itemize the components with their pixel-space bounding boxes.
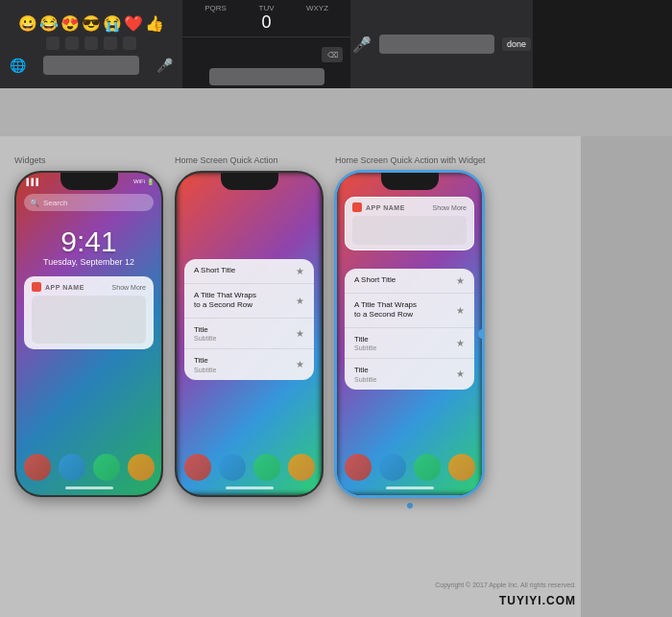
quick-action-label: Home Screen Quick Action bbox=[175, 155, 278, 165]
phone2-mockup: A Short Title ★ A Title That Wrapsto a S… bbox=[175, 171, 324, 497]
qa-star-1: ★ bbox=[296, 266, 304, 276]
phone3-mockup: APP NAME Show More A Short Title ★ bbox=[335, 171, 484, 497]
phone2-content: A Short Title ★ A Title That Wrapsto a S… bbox=[177, 173, 322, 495]
phone2-quick-action-card: A Short Title ★ A Title That Wrapsto a S… bbox=[184, 259, 314, 380]
status-icons: WiFi 🔋 bbox=[133, 178, 154, 185]
qa-item-3[interactable]: Title Subtitle ★ bbox=[184, 319, 314, 349]
phone3-content: APP NAME Show More A Short Title ★ bbox=[337, 173, 482, 495]
keyboard-right-content: 🎤 done bbox=[352, 35, 531, 54]
quick-action-widget-label: Home Screen Quick Action with Widget bbox=[335, 155, 486, 165]
phone1-bottom-circles bbox=[16, 454, 161, 481]
p3-qa-star-1: ★ bbox=[456, 275, 465, 286]
phone3-widget-content bbox=[352, 216, 467, 245]
selection-dot bbox=[407, 503, 413, 509]
p3-qa-text-group-4: Title Subtitle bbox=[354, 366, 376, 382]
copyright-text: Copyright © 2017 Apple Inc. All rights r… bbox=[435, 581, 576, 588]
widgets-section: Widgets ▐▐▐ WiFi 🔋 🔍 Search 9:41 bbox=[14, 155, 163, 607]
circle-icon-p3-2 bbox=[379, 454, 406, 481]
keyboard-bottom-row: 🌐 🎤 bbox=[4, 56, 179, 75]
keyboard-left: 😀😂😍😎😭❤️👍 🌐 🎤 bbox=[0, 0, 182, 88]
spacebar[interactable] bbox=[43, 56, 139, 75]
spacebar-center bbox=[182, 68, 350, 88]
keyboard-right: 🎤 done bbox=[350, 0, 533, 88]
delete-key[interactable]: ⌫ bbox=[322, 47, 343, 62]
right-panel bbox=[581, 136, 672, 617]
phone3-app-icon bbox=[352, 202, 362, 212]
widget-content-area bbox=[32, 296, 146, 344]
qa-star-3: ★ bbox=[296, 328, 304, 339]
phone3-widget: APP NAME Show More bbox=[345, 197, 474, 250]
show-more-label: Show More bbox=[112, 284, 146, 291]
phone1-content: 🔍 Search 9:41 Tuesday, September 12 APP … bbox=[16, 173, 161, 495]
keyboard-area: 😀😂😍😎😭❤️👍 🌐 🎤 PQRS TUV 0 bbox=[0, 0, 672, 88]
p3-qa-star-2: ★ bbox=[456, 305, 465, 316]
phone3-app-name-row: APP NAME bbox=[352, 202, 405, 212]
p3-qa-subtitle-3: Subtitle bbox=[354, 344, 376, 351]
key-wxyz[interactable]: WXYZ bbox=[294, 4, 342, 33]
qa-text-group-4: Title Subtitle bbox=[194, 356, 216, 372]
brand-area: TUYIYI.COM bbox=[499, 594, 576, 607]
qa-subtitle-3: Subtitle bbox=[194, 335, 216, 342]
qa-title-3: Title bbox=[194, 325, 216, 335]
p3-qa-title-4: Title bbox=[354, 366, 376, 375]
p3-qa-item-4[interactable]: Title Subtitle ★ bbox=[345, 359, 474, 389]
resize-handle[interactable] bbox=[478, 329, 484, 339]
spacebar-right[interactable] bbox=[379, 35, 494, 54]
phone3-show-more: Show More bbox=[433, 204, 467, 211]
phone1-search-bar[interactable]: 🔍 Search bbox=[24, 194, 154, 211]
microphone-icon[interactable]: 🎤 bbox=[156, 58, 173, 73]
phone3-bottom-circles bbox=[337, 454, 482, 481]
circle-icon-4 bbox=[128, 454, 155, 481]
phone1-time: 9:41 bbox=[16, 225, 161, 258]
keyboard-center: PQRS TUV 0 WXYZ ⌫ bbox=[182, 0, 350, 88]
search-placeholder: Search bbox=[43, 199, 67, 207]
p3-qa-subtitle-4: Subtitle bbox=[354, 376, 376, 383]
p3-qa-title-3: Title bbox=[354, 335, 376, 344]
key-zero[interactable]: TUV 0 bbox=[243, 4, 291, 33]
qa-star-4: ★ bbox=[296, 359, 304, 369]
quick-action-widget-section: Home Screen Quick Action with Widget APP… bbox=[335, 155, 486, 607]
p3-qa-item-1[interactable]: A Short Title ★ bbox=[345, 269, 474, 294]
phone3-home-indicator bbox=[386, 486, 434, 489]
p3-qa-item-3[interactable]: Title Subtitle ★ bbox=[345, 328, 474, 359]
phone1-status-bar: ▐▐▐ WiFi 🔋 bbox=[24, 175, 154, 188]
app-name-row: APP NAME bbox=[32, 282, 84, 292]
circle-icon-p2-2 bbox=[219, 454, 246, 481]
qa-item-1[interactable]: A Short Title ★ bbox=[184, 259, 314, 284]
done-button[interactable]: done bbox=[502, 37, 531, 51]
phone2-home-indicator bbox=[226, 486, 274, 489]
p3-qa-title-1: A Short Title bbox=[354, 275, 396, 285]
p3-qa-text-group-3: Title Subtitle bbox=[354, 335, 376, 351]
phone1-widget-card: APP NAME Show More bbox=[24, 276, 154, 349]
main-content: Widgets ▐▐▐ WiFi 🔋 🔍 Search 9:41 bbox=[0, 136, 672, 617]
phone3-quick-action-card: A Short Title ★ A Title That Wrapsto a S… bbox=[345, 269, 474, 390]
copyright-area: Copyright © 2017 Apple Inc. All rights r… bbox=[435, 581, 576, 588]
circle-icon-p3-3 bbox=[414, 454, 441, 481]
qa-title-4: Title bbox=[194, 356, 216, 366]
p3-qa-title-2: A Title That Wrapsto a Second Row bbox=[354, 300, 417, 320]
globe-icon[interactable]: 🌐 bbox=[10, 58, 26, 73]
p3-qa-item-2[interactable]: A Title That Wrapsto a Second Row ★ bbox=[345, 294, 474, 328]
circle-icon-1 bbox=[24, 454, 51, 481]
qa-star-2: ★ bbox=[296, 296, 304, 306]
qa-subtitle-4: Subtitle bbox=[194, 367, 216, 373]
emoji-row: 😀😂😍😎😭❤️👍 bbox=[18, 14, 164, 33]
qa-item-4[interactable]: Title Subtitle ★ bbox=[184, 349, 314, 379]
circle-icon-p2-1 bbox=[184, 454, 211, 481]
phone1-home-indicator bbox=[65, 486, 113, 489]
circle-icon-3 bbox=[93, 454, 120, 481]
qa-item-2[interactable]: A Title That Wrapsto a Second Row ★ bbox=[184, 284, 314, 319]
circle-icon-2 bbox=[59, 454, 85, 481]
key-pqrs[interactable]: PQRS bbox=[192, 4, 240, 33]
phone1-date: Tuesday, September 12 bbox=[16, 257, 161, 267]
separator-area bbox=[0, 88, 672, 136]
qa-title-1: A Short Title bbox=[194, 266, 235, 275]
keyboard-numpad: PQRS TUV 0 WXYZ bbox=[182, 0, 350, 37]
phone3-widget-header: APP NAME Show More bbox=[352, 202, 467, 212]
phone3-notch bbox=[381, 173, 439, 190]
spacebar-bar[interactable] bbox=[209, 68, 324, 85]
app-name-label: APP NAME bbox=[45, 284, 84, 291]
qa-text-group-3: Title Subtitle bbox=[194, 325, 216, 342]
widgets-label: Widgets bbox=[14, 155, 46, 165]
phone1-mockup: ▐▐▐ WiFi 🔋 🔍 Search 9:41 Tuesday, Septem… bbox=[14, 171, 163, 497]
